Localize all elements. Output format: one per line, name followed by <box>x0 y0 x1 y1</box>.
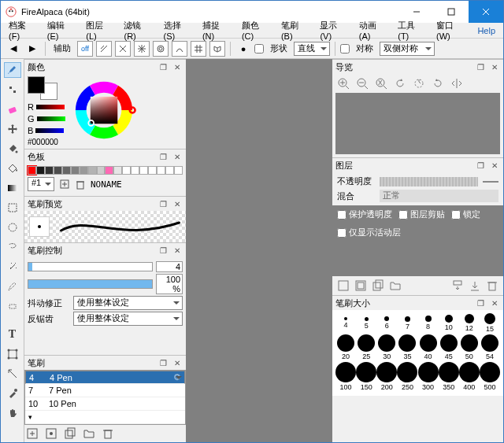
brush-size-dot[interactable]: 30 <box>376 334 397 360</box>
palette-color[interactable] <box>97 166 106 175</box>
menu-file[interactable]: 档案(F) <box>4 19 41 42</box>
menu-window[interactable]: 窗口(W) <box>432 19 471 42</box>
brush-row[interactable]: 44 Pen⚙ <box>25 371 185 384</box>
brush-size-dot[interactable]: 10 <box>439 315 459 331</box>
color-swatch[interactable] <box>28 76 57 100</box>
zoom-fit-icon[interactable]: x <box>375 77 387 90</box>
brush-size-dot[interactable]: 54 <box>480 334 500 360</box>
brush-size-dot[interactable]: 7 <box>397 316 417 330</box>
brush-size-dot[interactable]: 45 <box>439 334 459 360</box>
close-button[interactable] <box>469 1 503 23</box>
shape-select[interactable]: 直线 <box>294 42 330 56</box>
hex-value[interactable]: #000000 <box>28 138 65 146</box>
undock-icon[interactable]: ❐ <box>158 198 169 209</box>
blend-select[interactable]: 正常 <box>380 190 498 202</box>
lock-checkbox[interactable]: 锁定 <box>451 209 480 220</box>
snap-curve-icon[interactable] <box>172 41 187 57</box>
menu-filter[interactable]: 滤镜(R) <box>119 19 157 42</box>
snap-parallel-icon[interactable] <box>96 41 112 57</box>
brush-size-dot[interactable]: 5 <box>356 317 376 330</box>
snap-vanish-icon[interactable] <box>134 41 150 57</box>
rotate-cw-icon[interactable] <box>432 77 444 90</box>
jitter-select[interactable]: 使用整体设定 <box>73 296 183 310</box>
add-brush2-icon[interactable] <box>45 427 57 440</box>
palette-color[interactable] <box>157 166 165 175</box>
palette-color[interactable] <box>28 166 36 175</box>
palette-color[interactable] <box>139 166 148 175</box>
merge-down-icon[interactable] <box>451 279 464 292</box>
duplicate-layer-icon[interactable] <box>372 279 384 292</box>
close-icon[interactable]: ✕ <box>489 61 500 72</box>
palette-color[interactable] <box>165 166 174 175</box>
layer-list[interactable] <box>332 242 503 276</box>
menu-color[interactable]: 颜色(C) <box>237 19 275 42</box>
undock-icon[interactable]: ❐ <box>158 151 169 162</box>
close-icon[interactable]: ✕ <box>489 297 500 308</box>
brush-size-dot[interactable]: 4 <box>335 317 356 329</box>
menu-edit[interactable]: 编辑(E) <box>43 19 80 42</box>
palette-preset-select[interactable]: #1 <box>28 177 54 191</box>
add-icon[interactable] <box>59 179 70 190</box>
palette-color[interactable] <box>45 166 54 175</box>
delete-layer-icon[interactable] <box>486 279 498 292</box>
brush-size-dot[interactable]: 35 <box>397 334 417 360</box>
symmetry-checkbox[interactable] <box>340 44 350 54</box>
menu-brush[interactable]: 笔刷(B) <box>276 19 313 42</box>
folder-brush-icon[interactable] <box>83 427 95 440</box>
select-rect-tool[interactable] <box>4 200 21 216</box>
zoom-out-icon[interactable] <box>356 77 369 90</box>
folder-layer-icon[interactable] <box>389 279 402 292</box>
undock-icon[interactable]: ❐ <box>475 61 486 72</box>
bucket-tool[interactable] <box>4 161 21 176</box>
brush-size-dot[interactable]: 250 <box>397 362 417 391</box>
hand-tool[interactable] <box>4 405 21 421</box>
new-layer-icon[interactable] <box>337 279 350 292</box>
color-wheel[interactable] <box>70 76 138 144</box>
active-only-checkbox[interactable]: 仅显示活动层 <box>337 227 498 238</box>
brush-size-dot[interactable]: 15 <box>480 313 500 333</box>
undock-icon[interactable]: ❐ <box>475 297 486 308</box>
palette-color[interactable] <box>148 166 157 175</box>
menu-help[interactable]: Help <box>472 25 500 36</box>
aa-select[interactable]: 使用整体设定 <box>73 312 183 326</box>
snap-3d-icon[interactable] <box>209 41 225 57</box>
select-ellipse-tool[interactable] <box>4 220 21 235</box>
brush-size-dot[interactable]: 350 <box>439 362 459 391</box>
menu-select[interactable]: 选择(S) <box>159 19 196 42</box>
menu-snap[interactable]: 捕捉(N) <box>198 19 235 42</box>
dot-tool[interactable] <box>4 82 21 98</box>
layer-down-icon[interactable] <box>469 279 481 292</box>
shape-checkbox[interactable] <box>254 44 264 54</box>
symmetry-select[interactable]: 双侧对称 <box>380 42 435 56</box>
close-icon[interactable]: ✕ <box>172 151 183 162</box>
fill-tool[interactable] <box>4 141 21 157</box>
brush-row[interactable]: ▾ <box>25 411 185 424</box>
undock-icon[interactable]: ❐ <box>158 245 169 256</box>
next-button[interactable]: ▶ <box>24 41 40 57</box>
palette-color[interactable] <box>80 166 88 175</box>
undock-icon[interactable]: ❐ <box>158 357 169 368</box>
palette-color[interactable] <box>174 166 183 175</box>
brush-tool[interactable] <box>4 62 21 78</box>
eyedropper-tool[interactable] <box>4 386 21 401</box>
brush-size-dot[interactable]: 500 <box>480 362 500 391</box>
object-tool[interactable] <box>4 346 21 362</box>
palette-row[interactable] <box>28 166 183 175</box>
clip-checkbox[interactable]: 图层剪贴 <box>398 209 445 220</box>
brush-size-dot[interactable]: 400 <box>459 362 480 391</box>
brush-size-dot[interactable]: 40 <box>418 334 439 360</box>
delete-icon[interactable] <box>75 179 86 190</box>
brush-row[interactable]: 1010 Pen <box>25 397 185 411</box>
delete-brush-icon[interactable] <box>102 427 114 440</box>
brush-size-dot[interactable]: 8 <box>418 316 439 330</box>
gradient-tool[interactable] <box>4 180 21 196</box>
brush-size-dot[interactable]: 12 <box>459 314 480 332</box>
brush-size-dot[interactable]: 20 <box>335 334 356 360</box>
close-icon[interactable]: ✕ <box>489 160 500 171</box>
new-layer2-icon[interactable] <box>354 279 367 292</box>
palette-color[interactable] <box>131 166 139 175</box>
rotate-reset-icon[interactable] <box>413 77 425 90</box>
palette-color[interactable] <box>122 166 131 175</box>
menu-tool[interactable]: 工具(T) <box>393 19 430 42</box>
add-brush-icon[interactable] <box>26 427 39 440</box>
